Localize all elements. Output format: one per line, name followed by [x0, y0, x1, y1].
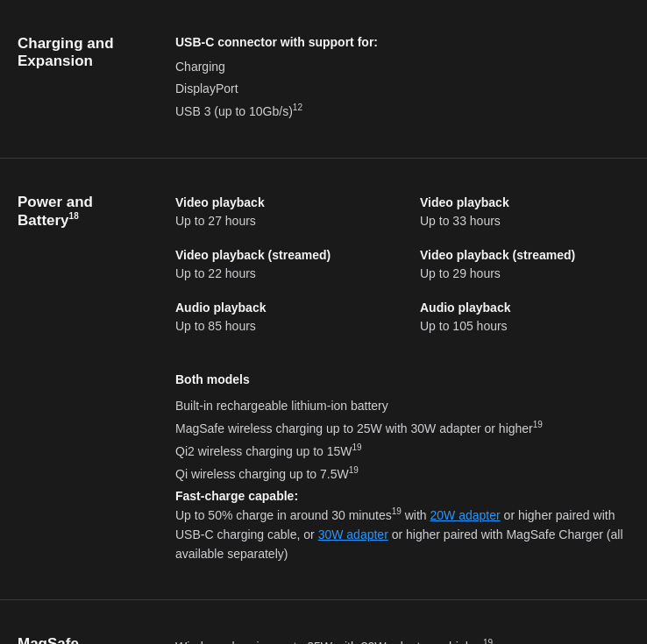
- usb-heading: USB-C connector with support for:: [175, 35, 629, 49]
- video-streamed-left-value: Up to 22 hours: [175, 265, 385, 283]
- usb-item-displayport: DisplayPort: [175, 78, 629, 100]
- usb-item-usb3: USB 3 (up to 10Gb/s)12: [175, 100, 629, 123]
- adapter-30w-link[interactable]: 30W adapter: [318, 527, 388, 541]
- video-playback-left-label: Video playback: [175, 194, 385, 212]
- magsafe-item-wireless: Wireless charging up to 25W with 30W ada…: [175, 635, 629, 644]
- audio-playback-left: Audio playback Up to 85 hours: [175, 299, 385, 336]
- magsafe-content: Wireless charging up to 25W with 30W ada…: [175, 635, 629, 644]
- fast-charge-label: Fast-charge capable:: [175, 489, 629, 503]
- audio-playback-left-label: Audio playback: [175, 299, 385, 317]
- adapter-20w-link[interactable]: 20W adapter: [430, 508, 501, 522]
- video-streamed-right-value: Up to 29 hours: [420, 265, 629, 283]
- magsafe-title: MagSafe: [18, 635, 175, 644]
- video-playback-left: Video playback Up to 27 hours: [175, 194, 385, 230]
- video-playback-right-value: Up to 33 hours: [420, 212, 629, 230]
- video-streamed-left: Video playback (streamed) Up to 22 hours: [175, 246, 385, 283]
- charging-section: Charging and Expansion USB-C connector w…: [0, 0, 647, 159]
- fast-charge-text: Up to 50% charge in around 30 minutes19 …: [175, 505, 629, 564]
- battery-section: Power and Battery18 Video playback Up to…: [0, 159, 647, 600]
- video-playback-right: Video playback Up to 33 hours: [420, 194, 629, 230]
- both-models-item-magsafe: MagSafe wireless charging up to 25W with…: [175, 417, 629, 440]
- battery-left-col: Video playback Up to 27 hours Video play…: [175, 194, 385, 351]
- video-streamed-left-label: Video playback (streamed): [175, 246, 385, 265]
- both-models-item-battery: Built-in rechargeable lithium-ion batter…: [175, 395, 629, 417]
- video-streamed-right-label: Video playback (streamed): [420, 246, 629, 265]
- battery-content: Video playback Up to 27 hours Video play…: [175, 194, 629, 564]
- battery-columns: Video playback Up to 27 hours Video play…: [175, 194, 629, 351]
- battery-right-col: Video playback Up to 33 hours Video play…: [420, 194, 629, 351]
- video-streamed-right: Video playback (streamed) Up to 29 hours: [420, 246, 629, 283]
- audio-playback-left-value: Up to 85 hours: [175, 317, 385, 336]
- both-models-item-qi: Qi wireless charging up to 7.5W19: [175, 463, 629, 485]
- audio-playback-right: Audio playback Up to 105 hours: [420, 299, 629, 336]
- usb-item-charging: Charging: [175, 56, 629, 78]
- video-playback-right-label: Video playback: [420, 194, 629, 212]
- charging-content: USB-C connector with support for: Chargi…: [175, 35, 629, 123]
- video-playback-left-value: Up to 27 hours: [175, 212, 385, 230]
- magsafe-items-list: Wireless charging up to 25W with 30W ada…: [175, 635, 629, 644]
- both-models-heading: Both models: [175, 372, 629, 386]
- magsafe-section: MagSafe Wireless charging up to 25W with…: [0, 600, 647, 644]
- charging-title: Charging and Expansion: [18, 35, 175, 123]
- battery-title: Power and Battery18: [18, 194, 175, 564]
- fast-charge-block: Fast-charge capable: Up to 50% charge in…: [175, 489, 629, 564]
- both-models-item-qi2: Qi2 wireless charging up to 15W19: [175, 440, 629, 463]
- audio-playback-right-value: Up to 105 hours: [420, 317, 629, 336]
- audio-playback-right-label: Audio playback: [420, 299, 629, 317]
